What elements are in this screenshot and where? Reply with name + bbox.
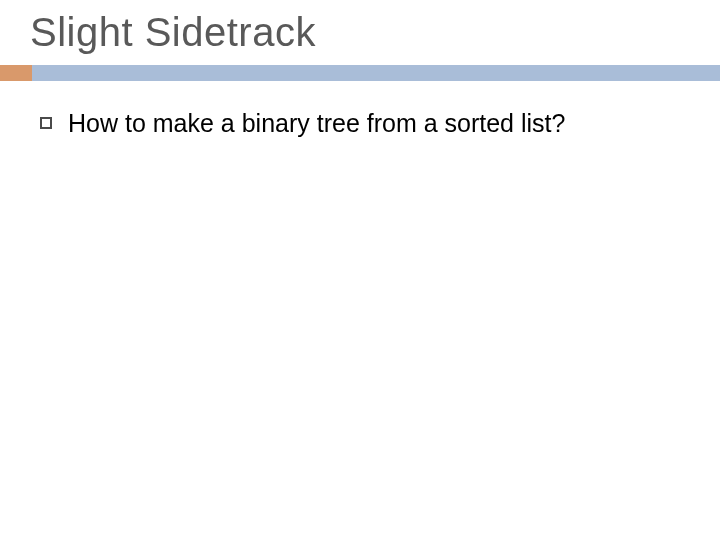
divider-accent-block: [0, 65, 32, 81]
slide: Slight Sidetrack How to make a binary tr…: [0, 0, 720, 540]
list-item: How to make a binary tree from a sorted …: [40, 108, 690, 139]
bullet-text: How to make a binary tree from a sorted …: [68, 108, 565, 139]
divider-main-block: [32, 65, 720, 81]
title-region: Slight Sidetrack: [0, 10, 720, 81]
content-area: How to make a binary tree from a sorted …: [40, 108, 690, 139]
title-divider: [0, 65, 720, 81]
slide-title: Slight Sidetrack: [0, 10, 720, 65]
square-bullet-icon: [40, 117, 52, 129]
